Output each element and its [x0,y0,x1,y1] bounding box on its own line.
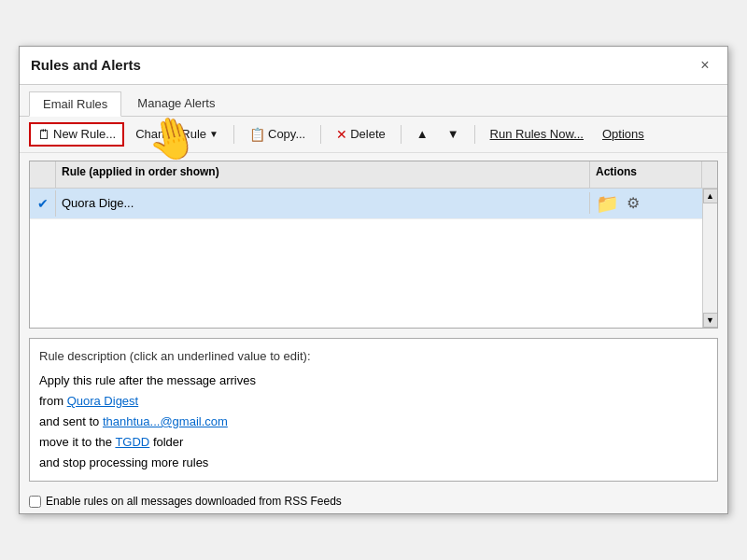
table-body: ✔ Quora Dige... 📁 ⚙ [30,189,702,328]
title-bar: Rules and Alerts × [20,47,727,85]
main-content: Rule (applied in order shown) Actions ✔ … [20,153,727,490]
bottom-bar: Enable rules on all messages downloaded … [20,489,727,513]
dialog-title: Rules and Alerts [31,57,141,73]
rss-checkbox[interactable] [29,496,41,508]
change-rule-button[interactable]: Change Rule ▼ [128,123,226,145]
rule-actions-cell: 📁 ⚙ [590,189,702,218]
description-title: Rule description (click an underlined va… [39,346,708,367]
run-rules-button[interactable]: Run Rules Now... [483,123,591,145]
description-section: Rule description (click an underlined va… [29,338,718,483]
rss-checkbox-label[interactable]: Enable rules on all messages downloaded … [29,495,342,508]
separator-3 [401,125,402,144]
options-button[interactable]: Options [595,123,652,145]
separator-1 [233,125,234,144]
quora-digest-link[interactable]: Quora Digest [67,394,139,408]
copy-icon: 📋 [249,127,265,142]
description-line1: Apply this rule after the message arrive… [39,371,708,391]
rules-table: Rule (applied in order shown) Actions ✔ … [29,161,718,329]
description-line5: and stop processing more rules [39,453,708,473]
change-rule-dropdown-icon: ▼ [209,129,218,139]
settings-sliders-icon: ⚙ [627,194,640,212]
actions-col-header: Actions [590,161,702,188]
new-rule-icon: 🗒 [37,127,50,142]
scroll-up-arrow[interactable]: ▲ [703,189,718,203]
table-row[interactable]: ✔ Quora Dige... 📁 ⚙ [30,189,702,219]
new-rule-button[interactable]: 🗒 New Rule... [29,122,124,147]
check-col-header [30,161,56,188]
table-header: Rule (applied in order shown) Actions [30,161,717,189]
description-line4: move it to the TGDD folder [39,432,708,453]
down-arrow-icon: ▼ [447,127,459,141]
tab-email-rules[interactable]: Email Rules [29,91,121,117]
separator-2 [320,125,321,144]
email-link[interactable]: thanhtua...@gmail.com [103,414,228,428]
copy-button[interactable]: 📋 Copy... [242,123,313,146]
separator-4 [474,125,475,144]
hand-cursor-container: Change Rule ▼ 🤚 [128,123,226,145]
tgdd-folder-link[interactable]: TGDD [115,435,149,449]
move-down-button[interactable]: ▼ [440,123,467,145]
scroll-col-header [702,161,717,188]
checkmark-icon: ✔ [37,196,49,211]
table-scrollbar[interactable]: ▲ ▼ [702,189,717,328]
tab-manage-alerts[interactable]: Manage Alerts [123,91,229,116]
delete-button[interactable]: ✕ Delete [329,123,393,146]
close-button[interactable]: × [694,54,716,77]
description-line3: and sent to thanhtua...@gmail.com [39,412,708,432]
delete-icon: ✕ [336,127,347,142]
row-checkbox[interactable]: ✔ [30,190,56,217]
toolbar: 🗒 New Rule... Change Rule ▼ 🤚 📋 Copy... … [20,117,727,153]
up-arrow-icon: ▲ [416,127,429,141]
folder-icon: 📁 [596,192,619,215]
move-up-button[interactable]: ▲ [409,123,436,145]
scroll-down-arrow[interactable]: ▼ [703,313,718,328]
tabs-container: Email Rules Manage Alerts [20,85,727,117]
rule-name-cell: Quora Dige... [56,192,590,214]
table-body-wrapper: ✔ Quora Dige... 📁 ⚙ ▲ ▼ [30,189,717,328]
rule-col-header: Rule (applied in order shown) [56,161,590,188]
description-line2: from Quora Digest [39,391,708,412]
